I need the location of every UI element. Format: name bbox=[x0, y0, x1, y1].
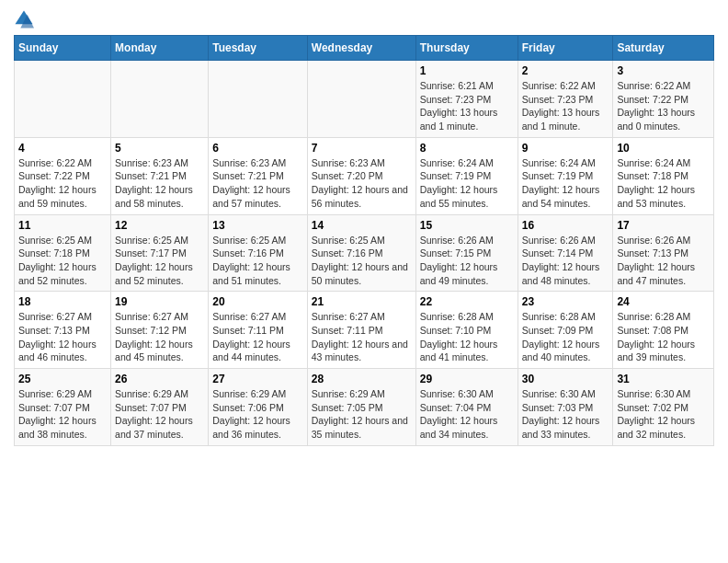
day-cell: 27Sunrise: 6:29 AMSunset: 7:06 PMDayligh… bbox=[209, 369, 308, 446]
day-info: Sunrise: 6:24 AMSunset: 7:18 PMDaylight:… bbox=[617, 156, 710, 211]
day-number: 6 bbox=[212, 142, 303, 155]
day-cell: 9Sunrise: 6:24 AMSunset: 7:19 PMDaylight… bbox=[518, 137, 613, 214]
day-info: Sunrise: 6:22 AMSunset: 7:22 PMDaylight:… bbox=[18, 156, 107, 211]
day-info: Sunrise: 6:28 AMSunset: 7:10 PMDaylight:… bbox=[420, 310, 514, 364]
header-cell-saturday: Saturday bbox=[613, 36, 714, 61]
day-cell: 18Sunrise: 6:27 AMSunset: 7:13 PMDayligh… bbox=[15, 292, 111, 369]
day-number: 25 bbox=[18, 373, 107, 385]
day-cell: 21Sunrise: 6:27 AMSunset: 7:11 PMDayligh… bbox=[307, 292, 415, 369]
week-row-5: 25Sunrise: 6:29 AMSunset: 7:07 PMDayligh… bbox=[15, 369, 714, 446]
day-number: 12 bbox=[115, 219, 204, 232]
day-number: 26 bbox=[115, 373, 204, 385]
day-info: Sunrise: 6:29 AMSunset: 7:05 PMDaylight:… bbox=[312, 387, 412, 442]
day-info: Sunrise: 6:25 AMSunset: 7:18 PMDaylight:… bbox=[18, 234, 107, 288]
day-number: 18 bbox=[18, 295, 107, 308]
calendar-body: 1Sunrise: 6:21 AMSunset: 7:23 PMDaylight… bbox=[15, 61, 714, 446]
day-cell: 28Sunrise: 6:29 AMSunset: 7:05 PMDayligh… bbox=[307, 369, 415, 446]
day-info: Sunrise: 6:27 AMSunset: 7:11 PMDaylight:… bbox=[212, 310, 303, 364]
day-number: 29 bbox=[420, 373, 514, 385]
day-cell: 4Sunrise: 6:22 AMSunset: 7:22 PMDaylight… bbox=[15, 137, 111, 214]
day-info: Sunrise: 6:26 AMSunset: 7:14 PMDaylight:… bbox=[522, 234, 609, 288]
day-cell: 11Sunrise: 6:25 AMSunset: 7:18 PMDayligh… bbox=[15, 214, 111, 292]
logo-icon bbox=[14, 9, 34, 29]
day-info: Sunrise: 6:30 AMSunset: 7:02 PMDaylight:… bbox=[617, 387, 710, 442]
day-cell: 31Sunrise: 6:30 AMSunset: 7:02 PMDayligh… bbox=[613, 369, 714, 446]
day-info: Sunrise: 6:27 AMSunset: 7:12 PMDaylight:… bbox=[115, 310, 204, 364]
calendar-table: SundayMondayTuesdayWednesdayThursdayFrid… bbox=[14, 35, 714, 446]
day-cell: 26Sunrise: 6:29 AMSunset: 7:07 PMDayligh… bbox=[111, 369, 209, 446]
day-number: 7 bbox=[312, 142, 412, 155]
day-number: 19 bbox=[115, 295, 204, 308]
header-cell-wednesday: Wednesday bbox=[307, 36, 415, 61]
day-info: Sunrise: 6:24 AMSunset: 7:19 PMDaylight:… bbox=[420, 156, 514, 211]
day-info: Sunrise: 6:28 AMSunset: 7:09 PMDaylight:… bbox=[522, 310, 609, 364]
day-number: 14 bbox=[312, 219, 412, 232]
day-number: 9 bbox=[522, 142, 609, 155]
header-row: SundayMondayTuesdayWednesdayThursdayFrid… bbox=[15, 36, 714, 61]
header-cell-sunday: Sunday bbox=[15, 36, 111, 61]
day-cell: 10Sunrise: 6:24 AMSunset: 7:18 PMDayligh… bbox=[613, 137, 714, 214]
day-number: 2 bbox=[522, 64, 609, 77]
day-cell: 22Sunrise: 6:28 AMSunset: 7:10 PMDayligh… bbox=[415, 292, 518, 369]
day-cell: 30Sunrise: 6:30 AMSunset: 7:03 PMDayligh… bbox=[518, 369, 613, 446]
header-cell-friday: Friday bbox=[518, 36, 613, 61]
calendar-header: SundayMondayTuesdayWednesdayThursdayFrid… bbox=[15, 36, 714, 61]
day-cell: 8Sunrise: 6:24 AMSunset: 7:19 PMDaylight… bbox=[415, 137, 518, 214]
day-number: 8 bbox=[420, 142, 514, 155]
day-cell bbox=[15, 61, 111, 138]
day-cell bbox=[307, 61, 415, 138]
day-cell: 15Sunrise: 6:26 AMSunset: 7:15 PMDayligh… bbox=[415, 214, 518, 292]
day-number: 28 bbox=[312, 373, 412, 385]
day-info: Sunrise: 6:24 AMSunset: 7:19 PMDaylight:… bbox=[522, 156, 609, 211]
day-cell: 20Sunrise: 6:27 AMSunset: 7:11 PMDayligh… bbox=[209, 292, 308, 369]
day-cell: 13Sunrise: 6:25 AMSunset: 7:16 PMDayligh… bbox=[209, 214, 308, 292]
day-number: 10 bbox=[617, 142, 710, 155]
week-row-3: 11Sunrise: 6:25 AMSunset: 7:18 PMDayligh… bbox=[15, 214, 714, 292]
day-number: 20 bbox=[212, 295, 303, 308]
day-number: 15 bbox=[420, 219, 514, 232]
day-cell: 7Sunrise: 6:23 AMSunset: 7:20 PMDaylight… bbox=[307, 137, 415, 214]
day-cell: 6Sunrise: 6:23 AMSunset: 7:21 PMDaylight… bbox=[209, 137, 308, 214]
day-number: 13 bbox=[212, 219, 303, 232]
day-info: Sunrise: 6:21 AMSunset: 7:23 PMDaylight:… bbox=[420, 79, 514, 133]
day-cell bbox=[209, 61, 308, 138]
day-number: 3 bbox=[617, 64, 710, 77]
day-info: Sunrise: 6:23 AMSunset: 7:21 PMDaylight:… bbox=[115, 156, 204, 211]
day-info: Sunrise: 6:25 AMSunset: 7:16 PMDaylight:… bbox=[312, 234, 412, 288]
day-info: Sunrise: 6:30 AMSunset: 7:03 PMDaylight:… bbox=[522, 387, 609, 442]
day-info: Sunrise: 6:25 AMSunset: 7:17 PMDaylight:… bbox=[115, 234, 204, 288]
day-cell: 25Sunrise: 6:29 AMSunset: 7:07 PMDayligh… bbox=[15, 369, 111, 446]
day-cell: 1Sunrise: 6:21 AMSunset: 7:23 PMDaylight… bbox=[415, 61, 518, 138]
day-info: Sunrise: 6:27 AMSunset: 7:13 PMDaylight:… bbox=[18, 310, 107, 364]
day-number: 22 bbox=[420, 295, 514, 308]
day-info: Sunrise: 6:26 AMSunset: 7:13 PMDaylight:… bbox=[617, 234, 710, 288]
day-number: 17 bbox=[617, 219, 710, 232]
week-row-1: 1Sunrise: 6:21 AMSunset: 7:23 PMDaylight… bbox=[15, 61, 714, 138]
day-info: Sunrise: 6:23 AMSunset: 7:21 PMDaylight:… bbox=[212, 156, 303, 211]
day-number: 31 bbox=[617, 373, 710, 385]
page-header bbox=[14, 9, 714, 29]
day-cell: 2Sunrise: 6:22 AMSunset: 7:23 PMDaylight… bbox=[518, 61, 613, 138]
day-cell: 19Sunrise: 6:27 AMSunset: 7:12 PMDayligh… bbox=[111, 292, 209, 369]
day-number: 27 bbox=[212, 373, 303, 385]
day-info: Sunrise: 6:23 AMSunset: 7:20 PMDaylight:… bbox=[312, 156, 412, 211]
header-cell-monday: Monday bbox=[111, 36, 209, 61]
day-number: 11 bbox=[18, 219, 107, 232]
day-info: Sunrise: 6:25 AMSunset: 7:16 PMDaylight:… bbox=[212, 234, 303, 288]
day-cell: 23Sunrise: 6:28 AMSunset: 7:09 PMDayligh… bbox=[518, 292, 613, 369]
day-info: Sunrise: 6:26 AMSunset: 7:15 PMDaylight:… bbox=[420, 234, 514, 288]
day-cell bbox=[111, 61, 209, 138]
day-number: 21 bbox=[312, 295, 412, 308]
day-cell: 3Sunrise: 6:22 AMSunset: 7:22 PMDaylight… bbox=[613, 61, 714, 138]
day-info: Sunrise: 6:22 AMSunset: 7:22 PMDaylight:… bbox=[617, 79, 710, 133]
day-info: Sunrise: 6:29 AMSunset: 7:07 PMDaylight:… bbox=[115, 387, 204, 442]
day-info: Sunrise: 6:30 AMSunset: 7:04 PMDaylight:… bbox=[420, 387, 514, 442]
logo bbox=[14, 9, 36, 29]
day-number: 1 bbox=[420, 64, 514, 77]
day-cell: 14Sunrise: 6:25 AMSunset: 7:16 PMDayligh… bbox=[307, 214, 415, 292]
day-number: 16 bbox=[522, 219, 609, 232]
day-cell: 5Sunrise: 6:23 AMSunset: 7:21 PMDaylight… bbox=[111, 137, 209, 214]
day-number: 23 bbox=[522, 295, 609, 308]
week-row-4: 18Sunrise: 6:27 AMSunset: 7:13 PMDayligh… bbox=[15, 292, 714, 369]
day-number: 24 bbox=[617, 295, 710, 308]
